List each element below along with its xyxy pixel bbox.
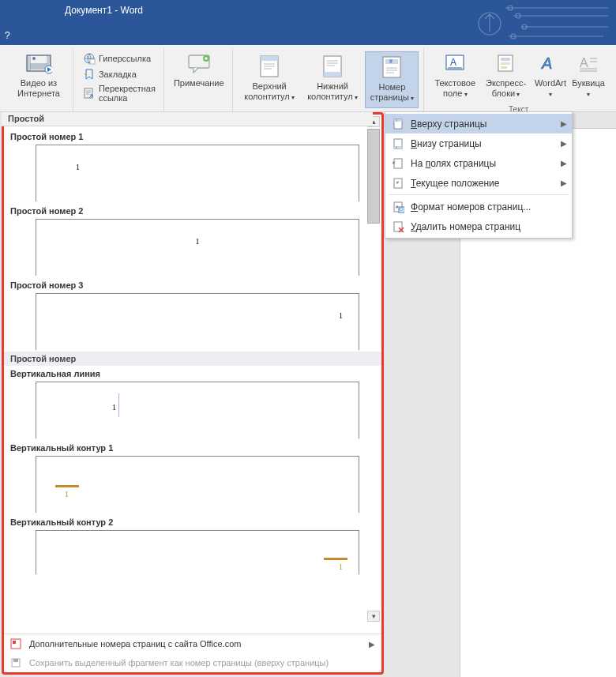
wordart-button[interactable]: A WordArt▾ — [532, 48, 569, 105]
film-icon — [25, 50, 52, 77]
preview-pagenumber: 1 — [339, 562, 343, 571]
quickparts-button[interactable]: Экспресс-блоки ▾ — [481, 48, 531, 105]
submenu-arrow-icon: ▶ — [561, 179, 567, 187]
svg-rect-27 — [501, 62, 510, 65]
save-icon — [10, 657, 24, 668]
menu-bottom-of-page[interactable]: # Внизу страницы ▶ — [385, 134, 572, 153]
bookmark-button[interactable]: Закладка — [80, 67, 159, 81]
gallery-item[interactable]: Вертикальная линия 1 — [4, 366, 381, 440]
wordart-label: WordArt▾ — [535, 78, 566, 100]
menu-current-position[interactable]: # Текущее положение ▶ — [385, 173, 572, 193]
textbox-button[interactable]: A Текстовое поле ▾ — [430, 48, 479, 105]
window-title: Документ1 - Word — [65, 5, 143, 16]
header-label: Верхний колонтитул ▾ — [242, 81, 297, 103]
more-label: Дополнительные номера страниц с сайта Of… — [29, 639, 241, 649]
office-icon — [10, 638, 24, 649]
ribbon-group-headerfooter: Верхний колонтитул ▾ Нижний колонтитул ▾… — [235, 48, 425, 111]
gallery-preview: 1 — [36, 293, 359, 350]
svg-rect-19 — [324, 72, 341, 77]
svg-rect-26 — [501, 58, 510, 61]
online-video-label: Видео из Интернета — [13, 78, 65, 99]
menu-remove-label: Удалить номера страниц — [411, 221, 520, 232]
help-button[interactable]: ? — [0, 30, 10, 41]
dropcap-icon: A — [577, 50, 599, 77]
scroll-thumb[interactable] — [367, 129, 380, 224]
page-top-icon: # — [390, 118, 406, 130]
gallery-item-name: Вертикальный контур 2 — [10, 517, 375, 527]
textbox-icon: A — [444, 50, 466, 77]
gallery-item-name: Простой номер 2 — [10, 206, 375, 216]
ribbon: Видео из Интернета Гиперссылка Закладка … — [0, 45, 616, 112]
gallery-item-name: Простой номер 1 — [10, 132, 375, 141]
menu-format-pagenums[interactable]: # Формат номеров страниц... — [385, 197, 572, 216]
page-current-icon: # — [390, 177, 406, 190]
remove-icon — [390, 220, 406, 233]
footer-icon — [321, 53, 344, 80]
quickparts-label: Экспресс-блоки ▾ — [484, 78, 528, 100]
preview-accent — [324, 558, 347, 560]
header-icon — [258, 53, 280, 80]
submenu-arrow-icon: ▶ — [561, 159, 567, 167]
svg-rect-37 — [394, 159, 402, 168]
quickparts-icon — [495, 50, 517, 77]
header-button[interactable]: Верхний колонтитул ▾ — [239, 51, 300, 108]
hyperlink-button[interactable]: Гиперссылка — [80, 51, 159, 66]
menu-margins[interactable]: # На полях страницы ▶ — [385, 153, 572, 173]
menu-top-of-page[interactable]: # Вверху страницы ▶ — [385, 114, 572, 134]
scroll-down-button[interactable]: ▾ — [367, 611, 380, 622]
menu-bottom-label: Внизу страницы — [411, 138, 482, 149]
ribbon-group-links: Гиперссылка Закладка Перекрестная ссылка — [75, 48, 164, 111]
gallery-item-name: Простой номер 3 — [10, 280, 375, 290]
gallery-scrollbar[interactable]: ▴ ▾ — [367, 116, 380, 622]
gallery-preview: 1 — [36, 145, 359, 201]
pagenumber-button[interactable]: # Номер страницы ▾ — [365, 51, 419, 108]
gallery-item-name: Вертикальная линия — [10, 369, 375, 378]
comment-icon — [186, 50, 212, 77]
gallery-item[interactable]: Вертикальный контур 1 1 — [4, 440, 381, 514]
online-video-button[interactable]: Видео из Интернета — [9, 48, 68, 105]
title-bar: Документ1 - Word — [0, 0, 616, 45]
gallery-item[interactable]: Простой номер 3 1 — [4, 277, 381, 352]
save-selection-button: Cохранить выделенный фрагмент как номер … — [4, 653, 381, 672]
save-label: Cохранить выделенный фрагмент как номер … — [29, 658, 329, 668]
wordart-icon: A — [539, 50, 562, 77]
menu-margins-label: На полях страницы — [411, 158, 496, 169]
footer-label: Нижний колонтитул ▾ — [306, 81, 359, 103]
comment-label: Примечание — [174, 78, 224, 88]
ribbon-group-text: A Текстовое поле ▾ Экспресс-блоки ▾ A Wo… — [426, 48, 611, 111]
gallery-section-header: Простой номер — [4, 352, 381, 366]
svg-rect-28 — [501, 66, 507, 69]
gallery-preview: 1 — [36, 382, 359, 438]
textbox-label: Текстовое поле ▾ — [434, 78, 476, 100]
submenu-arrow-icon: ▶ — [369, 640, 375, 649]
menu-remove-pagenums[interactable]: Удалить номера страниц — [385, 216, 572, 236]
pagenumber-gallery: Простой номер 1 1 Простой номер 2 1 Прос… — [2, 112, 384, 675]
gallery-item[interactable]: Вертикальный контур 2 1 — [4, 514, 381, 576]
title-decoration — [458, 0, 616, 45]
gallery-footer: Дополнительные номера страниц с сайта Of… — [4, 634, 381, 672]
preview-pagenumber: 1 — [112, 403, 116, 412]
ribbon-group-media: Видео из Интернета — [5, 48, 73, 111]
gallery-item[interactable]: Простой номер 1 1 — [4, 129, 381, 203]
comment-button[interactable]: Примечание — [171, 48, 227, 105]
dropcap-label: Буквица▾ — [572, 78, 605, 100]
page-margins-icon: # — [390, 157, 406, 170]
gallery-preview: 1 — [36, 219, 359, 276]
pagenumber-menu: # Вверху страницы ▶ # Внизу страницы ▶ #… — [385, 111, 573, 239]
preview-pagenumber: 1 — [196, 237, 200, 246]
crossref-button[interactable]: Перекрестная ссылка — [80, 83, 159, 103]
svg-text:A: A — [580, 56, 588, 70]
svg-rect-17 — [261, 56, 278, 61]
footer-button[interactable]: Нижний колонтитул ▾ — [303, 51, 362, 108]
gallery-item[interactable]: Простой номер 2 1 — [4, 203, 381, 277]
svg-point-8 — [32, 57, 36, 60]
gallery-preview: 1 — [36, 456, 359, 513]
preview-pagenumber: 1 — [65, 490, 69, 498]
preview-pagenumber: 1 — [339, 311, 343, 320]
gallery-item-name: Вертикальный контур 1 — [10, 443, 375, 453]
dropcap-button[interactable]: A Буквица▾ — [570, 48, 607, 105]
menu-top-label: Вверху страницы — [411, 118, 486, 130]
more-from-office-button[interactable]: Дополнительные номера страниц с сайта Of… — [4, 634, 381, 653]
hyperlink-label: Гиперссылка — [99, 54, 151, 63]
submenu-arrow-icon: ▶ — [561, 119, 567, 128]
